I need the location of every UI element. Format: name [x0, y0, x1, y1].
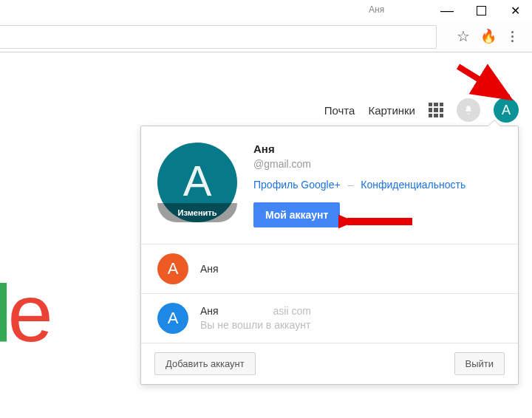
popup-main-info: Аня @gmail.com Профиль Google+ – Конфиде… — [253, 143, 502, 227]
other-account-info: Аня — [200, 262, 219, 276]
other-account-row[interactable]: А Аня — [141, 244, 518, 293]
account-avatar-button[interactable]: А — [494, 97, 519, 123]
gmail-link[interactable]: Почта — [324, 104, 355, 117]
avatar-letter: А — [183, 156, 212, 205]
window-title: Аня — [366, 0, 387, 19]
avatar-edit-label[interactable]: Изменить — [157, 203, 237, 222]
popup-caret — [488, 120, 500, 126]
main-account-avatar[interactable]: А Изменить — [157, 143, 237, 222]
popup-main-account: А Изменить Аня @gmail.com Профиль Google… — [141, 126, 518, 244]
other-account-email: asii com — [273, 305, 311, 317]
other-account-name: Аня — [200, 305, 219, 317]
add-account-button[interactable]: Добавить аккаунт — [154, 352, 256, 375]
avatar-letter: А — [168, 309, 179, 328]
apps-grid-icon[interactable] — [429, 103, 443, 117]
other-account-note: Вы не вошли в аккаунт — [200, 318, 311, 332]
other-account-name: Аня — [200, 262, 219, 276]
chrome-window: Аня — ✕ ☆ 🔥 Почта Картинки А le А — [0, 0, 532, 418]
other-account-info: Аня asii com Вы не вошли в аккаунт — [200, 304, 311, 332]
avatar-letter: А — [168, 259, 179, 278]
star-icon[interactable]: ☆ — [454, 27, 473, 46]
other-account-avatar: А — [157, 303, 188, 334]
google-header-row: Почта Картинки А — [324, 97, 519, 123]
images-link[interactable]: Картинки — [368, 104, 415, 117]
other-account-row[interactable]: А Аня asii com Вы не вошли в аккаунт — [141, 293, 518, 343]
popup-footer: Добавить аккаунт Выйти — [141, 343, 518, 384]
avatar-letter: А — [502, 103, 511, 118]
google-logo-fragment: le — [0, 266, 49, 360]
link-separator: – — [348, 179, 354, 191]
account-popup: А Изменить Аня @gmail.com Профиль Google… — [140, 126, 519, 385]
account-email: @gmail.com — [253, 158, 502, 170]
window-maximize-button[interactable] — [464, 0, 498, 21]
privacy-link[interactable]: Конфиденциальность — [361, 179, 466, 191]
account-name: Аня — [253, 143, 502, 155]
notifications-icon[interactable] — [457, 98, 480, 122]
other-account-avatar: А — [157, 253, 188, 284]
sign-out-button[interactable]: Выйти — [454, 352, 505, 375]
omnibox[interactable] — [0, 25, 437, 49]
extension-icon[interactable]: 🔥 — [479, 27, 498, 46]
my-account-button[interactable]: Мой аккаунт — [253, 202, 340, 227]
window-close-button[interactable]: ✕ — [498, 0, 532, 21]
browser-toolbar: ☆ 🔥 — [0, 21, 532, 52]
google-plus-link[interactable]: Профиль Google+ — [253, 179, 341, 191]
window-titlebar: Аня — ✕ — [0, 0, 532, 21]
window-minimize-button[interactable]: — — [430, 0, 464, 21]
browser-menu-icon[interactable] — [502, 27, 522, 46]
